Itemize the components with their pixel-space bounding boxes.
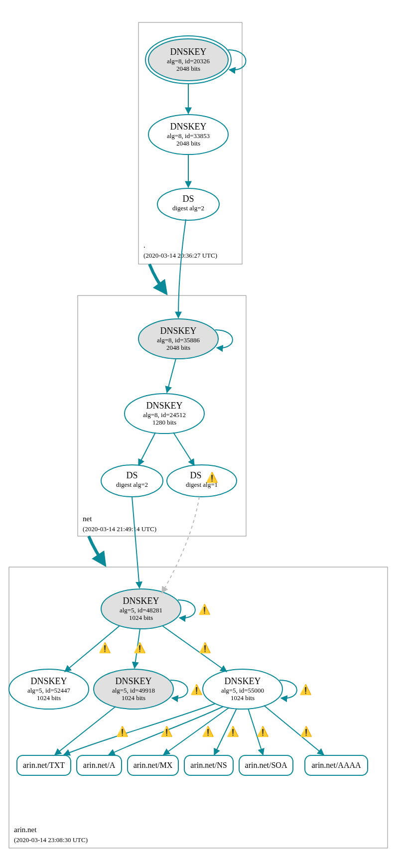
zone-root-timestamp: (2020-03-14 20:36:27 UTC) xyxy=(143,252,217,259)
arin-k1-title: DNSKEY xyxy=(30,676,67,686)
arin-ksk-l1: alg=5, id=48281 xyxy=(120,606,162,614)
net-ksk-l2: 2048 bits xyxy=(166,344,190,351)
net-ds1-title: DS xyxy=(190,470,201,480)
edge-k3-to-aaaa xyxy=(264,706,324,755)
net-zsk-title: DNSKEY xyxy=(146,401,182,411)
rr-txt-label: arin.net/TXT xyxy=(23,761,65,769)
node-root-ksk: DNSKEY alg=8, id=20326 2048 bits xyxy=(145,36,231,84)
rr-a-label: arin.net/A xyxy=(83,761,116,769)
node-arin-ksk: DNSKEY alg=5, id=48281 1024 bits xyxy=(101,589,181,629)
root-ds-l1: digest alg=2 xyxy=(172,204,204,212)
node-root-zsk: DNSKEY alg=8, id=33853 2048 bits xyxy=(148,115,228,154)
node-net-ds2: DS digest alg=2 xyxy=(101,465,163,497)
net-ksk-l1: alg=8, id=35886 xyxy=(157,336,200,344)
edge-net-zsk-to-ds1 xyxy=(173,433,194,465)
root-ds-title: DS xyxy=(182,194,194,204)
warning-icon: ⚠️ xyxy=(257,725,269,737)
arin-k1-l1: alg=5, id=52447 xyxy=(27,687,71,694)
warning-icon: ⚠️ xyxy=(160,725,173,737)
net-ksk-title: DNSKEY xyxy=(160,326,196,336)
edge-net-ds2-to-arin-ksk xyxy=(132,497,139,588)
edge-net-to-arin-zone xyxy=(89,536,105,565)
root-ksk-l2: 2048 bits xyxy=(176,65,200,72)
arin-k2-title: DNSKEY xyxy=(115,676,151,686)
zone-net-label: net xyxy=(83,515,92,523)
warning-icon: ⚠️ xyxy=(116,725,129,737)
warning-icon: ⚠️ xyxy=(300,725,312,737)
edge-net-zsk-to-ds2 xyxy=(138,433,155,465)
arin-k1-l2: 1024 bits xyxy=(37,694,61,702)
zone-root-label: . xyxy=(143,241,145,249)
arin-k2-l1: alg=5, id=49918 xyxy=(112,687,155,694)
arin-k3-l1: alg=5, id=55000 xyxy=(221,687,264,694)
rrset-a: arin.net/A xyxy=(77,755,122,775)
edge-net-ds1-to-arin-ksk xyxy=(162,497,199,593)
edge-arin-ksk-to-k1 xyxy=(65,626,120,672)
arin-k2-l2: 1024 bits xyxy=(122,694,145,702)
rr-ns-label: arin.net/NS xyxy=(190,761,227,769)
arin-ksk-title: DNSKEY xyxy=(123,596,159,606)
rr-mx-label: arin.net/MX xyxy=(134,761,173,769)
arin-ksk-l2: 1024 bits xyxy=(129,614,153,621)
net-ds2-l1: digest alg=2 xyxy=(116,481,148,488)
warning-icon: ⚠️ xyxy=(190,684,203,696)
node-arin-k3: DNSKEY alg=5, id=55000 1024 bits xyxy=(203,669,282,709)
warning-icon: ⚠️ xyxy=(198,603,211,615)
net-ds2-title: DS xyxy=(126,470,137,480)
zone-arin-timestamp: (2020-03-14 23:08:30 UTC) xyxy=(14,836,88,844)
warning-icon: ⚠️ xyxy=(134,642,146,654)
root-zsk-l2: 2048 bits xyxy=(176,140,200,147)
rrset-aaaa: arin.net/AAAA xyxy=(305,755,368,775)
edge-k3-to-mx xyxy=(163,708,229,755)
net-zsk-l2: 1280 bits xyxy=(152,419,176,426)
net-zsk-l1: alg=8, id=24512 xyxy=(143,411,186,419)
node-net-ds1: DS ⚠️ digest alg=1 xyxy=(167,465,237,497)
edge-root-ds-to-net-ksk xyxy=(178,219,186,318)
zone-net-timestamp: (2020-03-14 21:49:14 UTC) xyxy=(83,525,156,533)
rr-soa-label: arin.net/SOA xyxy=(245,761,287,769)
arin-k3-l2: 1024 bits xyxy=(231,694,255,702)
edge-k2-to-txt xyxy=(55,707,116,755)
node-root-ds: DS digest alg=2 xyxy=(157,188,219,220)
root-zsk-title: DNSKEY xyxy=(170,122,206,132)
warning-icon: ⚠️ xyxy=(227,725,239,737)
rrset-mx: arin.net/MX xyxy=(128,755,178,775)
zone-arin-label: arin.net xyxy=(14,826,37,834)
edge-arin-ksk-to-k3 xyxy=(162,626,227,672)
warning-icon: ⚠️ xyxy=(202,725,214,737)
warning-icon: ⚠️ xyxy=(299,684,312,696)
root-ksk-title: DNSKEY xyxy=(170,47,206,57)
node-net-zsk: DNSKEY alg=8, id=24512 1280 bits xyxy=(125,394,204,434)
net-ds1-l1: digest alg=1 xyxy=(186,481,218,488)
arin-k3-title: DNSKEY xyxy=(224,676,261,686)
edge-net-ksk-to-zsk xyxy=(167,359,176,393)
root-ksk-l1: alg=8, id=20326 xyxy=(167,57,210,65)
rr-aaaa-label: arin.net/AAAA xyxy=(311,761,361,769)
rrset-soa: arin.net/SOA xyxy=(239,755,293,775)
warning-icon: ⚠️ xyxy=(199,642,211,654)
node-arin-k1: DNSKEY alg=5, id=52447 1024 bits xyxy=(9,669,89,709)
node-net-ksk: DNSKEY alg=8, id=35886 2048 bits xyxy=(138,319,218,359)
warning-icon: ⚠️ xyxy=(99,642,111,654)
rrset-ns: arin.net/NS xyxy=(184,755,233,775)
rrset-txt: arin.net/TXT xyxy=(17,755,71,775)
edge-root-to-net-zone xyxy=(149,264,166,293)
node-arin-k2: DNSKEY alg=5, id=49918 1024 bits xyxy=(94,669,173,709)
root-zsk-l1: alg=8, id=33853 xyxy=(167,132,210,140)
